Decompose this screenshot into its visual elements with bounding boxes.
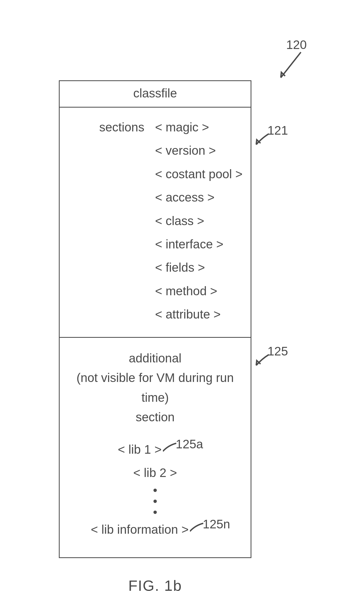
classfile-diagram: classfile sections < magic > < version >… [59, 80, 251, 591]
additional-line-3: section [65, 407, 245, 427]
sections-cell: sections < magic > < version > < costant… [60, 108, 251, 338]
section-item: < access > [155, 186, 243, 209]
arrow-121 [254, 132, 273, 150]
additional-cell: additional (not visible for VM during ru… [60, 338, 251, 558]
ellipsis-dot: • [65, 507, 245, 518]
lib-1: < lib 1 > [118, 442, 162, 456]
lib-2: < lib 2 > [65, 461, 245, 484]
section-item: < class > [155, 209, 243, 233]
section-item: < method > [155, 279, 243, 303]
ref-125n: 125n [203, 517, 230, 531]
arrow-120 [278, 51, 310, 84]
section-item: < costant pool > [155, 162, 243, 186]
ref-125a-wrap: 125a [165, 438, 192, 461]
lib-information: < lib information > [91, 522, 189, 536]
section-item: < interface > [155, 233, 243, 256]
figure-caption: FIG. 1b [59, 577, 251, 591]
arrow-125 [254, 353, 273, 370]
section-item: < magic > [155, 116, 243, 139]
classfile-title: classfile [60, 81, 251, 108]
ref-125a: 125a [176, 437, 203, 451]
section-item: < attribute > [155, 303, 243, 326]
section-item: < version > [155, 139, 243, 162]
sections-label: sections [76, 116, 155, 326]
ref-120: 120 [286, 37, 307, 52]
classfile-box: classfile sections < magic > < version >… [59, 80, 251, 558]
lib-info-row: < lib information > 125n [65, 518, 245, 541]
additional-line-2: (not visible for VM during run time) [65, 368, 245, 407]
ref-125n-wrap: 125n [192, 518, 219, 541]
sections-list: < magic > < version > < costant pool > <… [155, 116, 243, 326]
additional-line-1: additional [65, 348, 245, 368]
lib-row: < lib 1 > 125a [65, 438, 245, 461]
section-item: < fields > [155, 256, 243, 279]
